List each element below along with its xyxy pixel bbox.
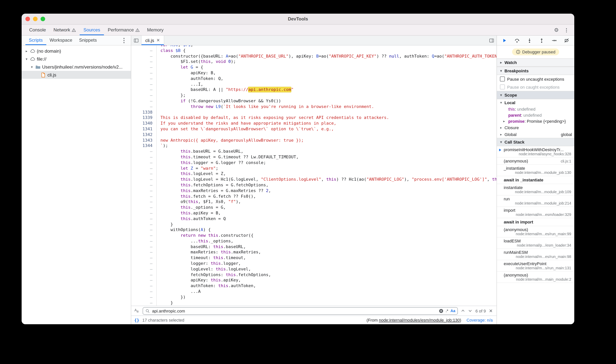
call-stack-frame-anonymous[interactable]: (anonymous)cli.js:1 <box>497 157 574 165</box>
code-line[interactable]: – }; <box>131 93 497 98</box>
line-number[interactable]: – <box>131 54 157 59</box>
breakpoint-option-pause-on-uncaught-exceptions[interactable]: Pause on uncaught exceptions <box>497 75 574 83</box>
module-link[interactable]: node:internal/modules/esm/module_job:130 <box>379 318 460 322</box>
code-line[interactable]: – this.timeout = G.timeout ?? Lw.DEFAULT… <box>131 155 497 160</box>
navigator-tab-scripts[interactable]: Scripts <box>25 36 46 45</box>
code-line[interactable]: – } <box>131 222 497 227</box>
line-number[interactable]: 1344 <box>131 143 157 149</box>
line-number[interactable]: – <box>131 166 157 171</box>
call-stack-section-header[interactable]: ▾ Call Stack <box>497 138 574 146</box>
close-window-button[interactable] <box>25 17 30 21</box>
call-stack-frame-runmainesm[interactable]: runMainESMnode:internal/m...es/run_main:… <box>497 249 574 260</box>
line-number[interactable]: 1341 <box>131 127 157 132</box>
call-stack-frame-anonymous[interactable]: (anonymous)node:internal/m...es/run_main… <box>497 226 574 237</box>
code-line[interactable]: – baseURL: A || "https://api.anthropic.c… <box>131 87 497 93</box>
pretty-print-icon[interactable]: {} <box>134 318 140 323</box>
code-line[interactable]: 1339This is disabled by default, as it r… <box>131 115 497 121</box>
line-number[interactable]: – <box>131 182 157 188</box>
checkbox[interactable] <box>500 84 505 89</box>
match-case-toggle[interactable]: Aa <box>450 309 455 313</box>
line-number[interactable]: – <box>131 227 157 233</box>
settings-gear-icon[interactable]: ⚙ <box>554 27 559 33</box>
scope-variable-parent[interactable]: parent: undefined <box>497 112 574 118</box>
breakpoint-option-pause-on-caught-exceptions[interactable]: Pause on caught exceptions <box>497 83 574 91</box>
tree-item-users-jinhuilee-nvm-versions-node-v2[interactable]: ▾Users/jinhuilee/.nvm/versions/node/v2..… <box>22 63 131 71</box>
code-line[interactable]: – authToken: this.authToken, <box>131 284 497 289</box>
call-stack-frame-instantiate[interactable]: instantiatenode:internal/m...module_job:… <box>497 184 574 195</box>
scope-group-global[interactable]: ▸Globalglobal <box>497 131 574 138</box>
line-number[interactable]: 1342 <box>131 132 157 138</box>
code-line[interactable]: – this.logLevel = Z, <box>131 171 497 177</box>
twisty-icon[interactable]: ▾ <box>499 69 503 73</box>
line-number[interactable]: – <box>131 250 157 256</box>
line-number[interactable]: – <box>131 104 157 110</box>
line-number[interactable]: 1343 <box>131 138 157 143</box>
scope-group-closure[interactable]: ▸Closure <box>497 124 574 131</box>
editor-tab-clijs[interactable]: cli.js ✕ <box>141 36 164 45</box>
code-line[interactable]: – logLevel: this.logLevel, <box>131 267 497 272</box>
code-line[interactable]: – throw new L9(`It looks like you're run… <box>131 104 497 110</box>
line-number[interactable]: 1338 <box>131 110 157 115</box>
call-stack-frame-anonymous[interactable]: (anonymous)node:internal/m...main_module… <box>497 272 574 283</box>
code-line[interactable]: – this.fetch = G.fetch ?? Fs0(), <box>131 194 497 199</box>
twisty-icon[interactable]: ▾ <box>25 57 28 61</box>
call-stack-frame-instantiate[interactable]: _instantiatenode:internal/m...module_job… <box>497 165 574 176</box>
line-number[interactable]: 1339 <box>131 115 157 121</box>
twisty-icon[interactable]: ▸ <box>502 119 506 123</box>
code-line[interactable]: – return new this.constructor({ <box>131 233 497 239</box>
code-line[interactable]: – this.fetchOptions = G.fetchOptions, <box>131 182 497 188</box>
close-find-bar-icon[interactable]: ✕ <box>489 308 493 313</box>
code-line[interactable]: –class $B { <box>131 48 497 54</box>
code-line[interactable]: – $F1.set(this, void 0); <box>131 59 497 65</box>
tab-sources[interactable]: Sources <box>80 25 104 35</box>
code-line[interactable]: –var Xs0, $F1, <box>131 45 497 48</box>
tree-item-cli-js[interactable]: cli.js <box>22 71 131 79</box>
code-line[interactable]: – ...A <box>131 289 497 295</box>
search-field[interactable]: .* Aa <box>143 307 458 314</box>
code-line[interactable]: – timeout: this.timeout, <box>131 256 497 261</box>
code-line[interactable]: – constructor({baseURL: A=ao("ANTHROPIC_… <box>131 54 497 59</box>
line-number[interactable]: – <box>131 261 157 267</box>
call-stack-frame-promiseinithookwithdestroytr[interactable]: promiseInitHookWithDestroyTr...node:inte… <box>497 146 574 157</box>
watch-section-header[interactable]: ▸ Watch <box>497 58 574 67</box>
code-line[interactable]: – this._options = G, <box>131 205 497 211</box>
call-stack-frame-import[interactable]: importnode:internal/m...esm/loader:329 <box>497 207 574 218</box>
code-line[interactable]: – this.maxRetries = G.maxRetries ?? 2, <box>131 188 497 194</box>
line-number[interactable]: – <box>131 98 157 104</box>
scope-section-header[interactable]: ▾ Scope <box>497 91 574 99</box>
twisty-icon[interactable]: ▸ <box>499 132 503 136</box>
scope-variable-this[interactable]: this: undefined <box>497 106 574 112</box>
code-line[interactable]: – maxRetries: this.maxRetries, <box>131 250 497 256</box>
deactivate-breakpoints-icon[interactable] <box>564 37 570 43</box>
toggle-debugger-panel-icon[interactable] <box>487 36 497 45</box>
next-match-icon[interactable] <box>468 309 472 313</box>
code-line[interactable]: – this.authToken = Q <box>131 216 497 222</box>
tab-console[interactable]: Console <box>25 25 50 35</box>
code-line[interactable]: 1344`); <box>131 143 497 149</box>
line-number[interactable]: – <box>131 267 157 272</box>
step-over-icon[interactable] <box>514 37 520 43</box>
twisty-icon[interactable]: ▸ <box>499 126 503 130</box>
code-line[interactable]: 1342 <box>131 132 497 138</box>
more-options-icon[interactable]: ⋮ <box>564 27 569 33</box>
close-tab-icon[interactable]: ✕ <box>156 38 160 43</box>
code-line[interactable]: – this.logLevel = Hc1(G.logLevel, "Clien… <box>131 177 497 182</box>
line-number[interactable]: – <box>131 205 157 211</box>
code-line[interactable]: 1343new Anthropic({ apiKey, dangerouslyA… <box>131 138 497 143</box>
toggle-navigator-icon[interactable] <box>131 36 141 45</box>
line-number[interactable]: – <box>131 244 157 250</box>
search-mode-icon[interactable]: AB <box>134 308 140 313</box>
code-line[interactable]: – }) <box>131 295 497 300</box>
tree-item-file[interactable]: ▾file:// <box>22 55 131 63</box>
regex-toggle[interactable]: .* <box>446 309 448 313</box>
minimize-window-button[interactable] <box>33 17 38 21</box>
twisty-icon[interactable]: ▸ <box>25 49 28 53</box>
line-number[interactable]: – <box>131 194 157 199</box>
line-number[interactable]: – <box>131 149 157 155</box>
line-number[interactable]: – <box>131 300 157 306</box>
code-line[interactable]: – this.baseURL = G.baseURL, <box>131 149 497 155</box>
line-number[interactable]: – <box>131 82 157 87</box>
code-editor[interactable]: –var Xs0, $F1,–class $B {– constructor({… <box>131 45 497 306</box>
line-number[interactable]: – <box>131 160 157 166</box>
line-number[interactable]: – <box>131 70 157 76</box>
